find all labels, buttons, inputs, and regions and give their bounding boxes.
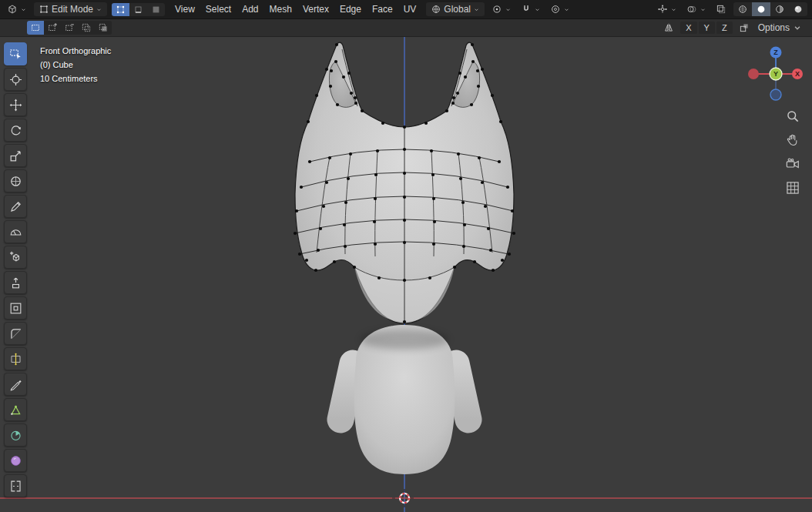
transform-tool-button[interactable] — [4, 169, 27, 192]
select-mode-extend-icon — [47, 22, 58, 33]
snap-selector[interactable] — [518, 2, 543, 16]
scale-tool-button[interactable] — [4, 144, 27, 167]
mirror-button[interactable] — [661, 21, 676, 35]
menu-view[interactable]: View — [169, 2, 200, 16]
grid-icon — [785, 180, 800, 196]
menu-select[interactable]: Select — [200, 2, 237, 16]
face-select-toggle[interactable] — [147, 3, 165, 16]
gizmo-y-label: Y — [773, 70, 778, 78]
edge-select-toggle[interactable] — [129, 3, 147, 16]
view-name-label: Front Orthographic — [40, 44, 111, 58]
select-mode-intersect-button[interactable] — [95, 21, 112, 35]
overlays-icon — [686, 4, 697, 15]
zoom-view-button[interactable] — [783, 106, 804, 126]
knife-icon — [8, 377, 23, 392]
measure-icon — [8, 225, 23, 239]
mirror-axis-z-button[interactable]: Z — [716, 22, 733, 34]
inset-faces-tool-button[interactable] — [4, 296, 27, 320]
editor-type-icon — [7, 4, 18, 15]
loop-cut-tool-button[interactable] — [4, 347, 27, 370]
chevron-down-icon — [96, 6, 102, 13]
vertex-select-icon — [116, 5, 126, 15]
gizmo-neg-z-handle[interactable] — [770, 89, 781, 100]
mirror-axis-y-button[interactable]: Y — [699, 22, 715, 34]
select-mode-extend-button[interactable] — [44, 21, 61, 35]
proportional-falloff-icon — [550, 4, 561, 15]
select-mode-subtract-button[interactable] — [61, 21, 78, 35]
show-overlays-dropdown[interactable] — [684, 2, 709, 16]
mode-selector[interactable]: Edit Mode — [34, 2, 107, 16]
bevel-icon — [8, 326, 23, 341]
gizmo-z-label: Z — [773, 49, 778, 56]
menu-face[interactable]: Face — [367, 2, 398, 16]
shading-solid-button[interactable] — [752, 2, 770, 16]
menu-add[interactable]: Add — [237, 2, 263, 16]
camera-view-button[interactable] — [783, 154, 804, 174]
transform-orientation-selector[interactable]: Global — [426, 2, 485, 16]
options-label: Options — [758, 23, 790, 32]
knife-tool-button[interactable] — [4, 373, 27, 396]
cursor-icon — [8, 72, 23, 87]
poly-build-tool-button[interactable] — [4, 398, 27, 421]
rip-region-tool-button[interactable] — [4, 474, 27, 497]
tool-settings-bar: XYZ Options — [0, 19, 812, 37]
spin-tool-button[interactable] — [4, 423, 27, 447]
chevron-down-icon — [505, 6, 512, 13]
annotate-tool-button[interactable] — [4, 195, 27, 218]
measure-tool-button[interactable] — [4, 220, 27, 243]
options-dropdown[interactable]: Options — [756, 21, 805, 35]
mirror-axis-x-button[interactable]: X — [680, 22, 696, 34]
bevel-tool-button[interactable] — [4, 322, 27, 345]
shading-wireframe-button[interactable] — [733, 2, 752, 16]
add-cube-tool-button[interactable] — [4, 246, 27, 269]
extrude-region-icon — [8, 276, 23, 290]
viewport-3d[interactable]: Front Orthographic (0) Cube 10 Centimete… — [0, 37, 812, 512]
vertex-select-toggle[interactable] — [112, 3, 129, 16]
rotate-tool-button[interactable] — [4, 119, 27, 142]
transform-icon — [8, 174, 23, 189]
viewport-info: Front Orthographic (0) Cube 10 Centimete… — [40, 44, 111, 85]
face-select-icon — [151, 5, 161, 15]
menu-vertex[interactable]: Vertex — [297, 2, 334, 16]
menu-edge[interactable]: Edge — [334, 2, 367, 16]
shading-rendered-button[interactable] — [789, 2, 807, 16]
navigation-gizmo[interactable]: Z X Y — [743, 42, 808, 106]
loop-cut-icon — [8, 352, 23, 366]
gizmo-neg-x-handle[interactable] — [748, 69, 759, 79]
pivot-point-selector[interactable] — [489, 2, 514, 16]
smooth-icon — [8, 453, 23, 468]
move-tool-button[interactable] — [4, 93, 27, 116]
view-scale-label: 10 Centimeters — [40, 72, 111, 85]
select-box-icon — [8, 47, 23, 62]
menu-mesh[interactable]: Mesh — [264, 2, 297, 16]
spin-icon — [8, 428, 23, 443]
editor-type-button[interactable] — [5, 2, 29, 16]
snap-base-button[interactable] — [737, 21, 752, 35]
select-mode-intersect-icon — [98, 22, 109, 33]
menu-uv[interactable]: UV — [398, 2, 422, 16]
smooth-tool-button[interactable] — [4, 449, 27, 472]
tool-shelf — [4, 42, 27, 497]
head-mesh — [295, 42, 514, 323]
shading-material-button[interactable] — [770, 2, 789, 16]
extrude-region-tool-button[interactable] — [4, 271, 27, 294]
header-menubar: ViewSelectAddMeshVertexEdgeFaceUV — [169, 2, 421, 16]
select-mode-new-button[interactable] — [27, 21, 44, 35]
viewport-shading-group — [733, 2, 807, 16]
pan-view-button[interactable] — [783, 130, 804, 150]
select-box-tool-button[interactable] — [4, 42, 27, 65]
grid-view-button[interactable] — [783, 178, 804, 198]
xray-toggle[interactable] — [713, 2, 729, 16]
character-model — [295, 42, 514, 485]
shading-solid-icon — [756, 4, 767, 15]
show-gizmo-dropdown[interactable] — [655, 2, 679, 16]
gizmo-icon — [657, 4, 668, 15]
cursor-tool-button[interactable] — [4, 68, 27, 91]
select-mode-invert-button[interactable] — [78, 21, 95, 35]
rip-region-icon — [8, 479, 23, 494]
proportional-editing-selector[interactable] — [548, 2, 572, 16]
gizmo-x-label: X — [795, 70, 800, 78]
header-bar: Edit Mode ViewSelectAddMeshVertexEdgeFac… — [0, 0, 812, 19]
xray-icon — [716, 4, 726, 15]
edit-wireframe — [295, 49, 514, 322]
